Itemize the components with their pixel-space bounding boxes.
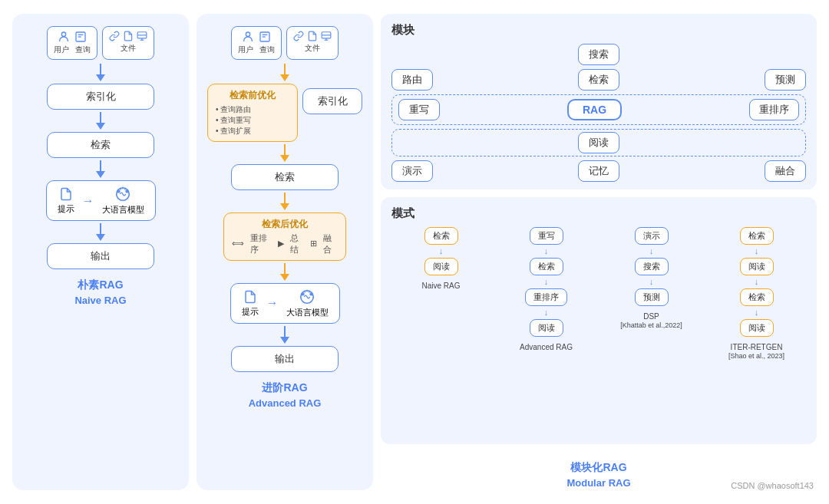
- pn-adv-arrow1: ↓: [544, 247, 549, 255]
- advanced-user-query-box: 用户 查询: [231, 26, 282, 60]
- pn-iter-retrieve2: 检索: [740, 288, 774, 306]
- naive-rag-section: 用户 查询 文件 索引化: [12, 14, 189, 490]
- naive-output-node: 输出: [47, 243, 154, 269]
- adv-prompt: 提示: [242, 289, 259, 318]
- adv-post-row: ⟺ 重排序 ▶︎ 总结 ⊞ 融合: [232, 232, 338, 255]
- naive-user-query-box: 用户 查询: [47, 26, 97, 60]
- pn-adv-retrieve: 检索: [530, 258, 563, 275]
- adv-user-label: 用户: [238, 44, 253, 55]
- mod-row-bottom: 演示 记忆 融合: [391, 160, 806, 182]
- naive-indexing-node: 索引化: [47, 84, 154, 110]
- pattern-naive: 检索 ↓ 阅读 Naive RAG: [391, 227, 490, 291]
- svg-point-9: [117, 190, 120, 193]
- naive-arrow-1: [96, 64, 105, 81]
- pattern-advanced: 重写 ↓ 检索 ↓ 重排序 ↓ 阅读 Advanced RAG: [497, 227, 596, 352]
- pn-dsp-arrow1: ↓: [649, 247, 654, 255]
- pn-naive-read: 阅读: [424, 258, 458, 275]
- patterns-panel: 模式 检索 ↓ 阅读 Naive RAG 重写 ↓ 检索 ↓ 重排序 ↓: [381, 197, 817, 444]
- adv-pre-row: 检索前优化 • 查询路由 • 查询重写 • 查询扩展 索引化: [207, 84, 362, 142]
- mod-rag: RAG: [567, 99, 622, 120]
- adv-llm-arrow-icon: →: [266, 296, 279, 310]
- pn-adv-rerank: 重排序: [525, 288, 567, 306]
- pn-dsp-search: 搜索: [635, 258, 669, 275]
- pn-iter-read2: 阅读: [740, 319, 774, 337]
- adv-arrow-pre: [280, 64, 289, 81]
- naive-arrow-2: [96, 112, 105, 130]
- mod-search: 搜索: [578, 44, 619, 65]
- pn-naive-arrow1: ↓: [439, 247, 444, 255]
- mod-fusion: 融合: [765, 160, 806, 182]
- adv-query-label: 查询: [259, 44, 275, 55]
- naive-top-icons: 用户 查询 文件: [47, 26, 154, 60]
- svg-point-10: [126, 190, 128, 193]
- advanced-section-title: 进阶RAG Advanced RAG: [249, 380, 322, 411]
- module-grid-wrapper: 搜索 路由 检索 预测: [391, 44, 806, 182]
- mod-route: 路由: [391, 69, 433, 91]
- adv-arrow-3: [280, 193, 289, 210]
- adv-output-node: 输出: [231, 346, 339, 372]
- advanced-top-icons: 用户 查询 文件: [231, 26, 339, 60]
- main-container: 用户 查询 文件 索引化: [0, 0, 829, 504]
- naive-prompt: 提示: [58, 186, 74, 215]
- svg-point-14: [246, 32, 249, 36]
- patterns-label: 模式: [391, 206, 806, 221]
- adv-llm: 大语言模型: [286, 288, 329, 318]
- pn-iter-label: ITER-RETGEN [Shao et al., 2023]: [728, 342, 784, 361]
- adv-arrow-4: [280, 263, 289, 281]
- naive-flow: 用户 查询 文件 索引化: [23, 26, 178, 269]
- pn-iter-arrow3: ↓: [755, 308, 759, 317]
- adv-index-side: 索引化: [302, 88, 362, 114]
- pn-adv-arrow3: ↓: [544, 308, 549, 317]
- mod-rerank: 重排序: [749, 99, 799, 120]
- naive-arrow-3: [96, 160, 105, 178]
- svg-point-0: [61, 32, 65, 36]
- adv-indexing-node: 索引化: [302, 88, 362, 114]
- pn-adv-read: 阅读: [530, 319, 563, 337]
- mod-demo: 演示: [391, 160, 433, 182]
- pn-adv-arrow2: ↓: [544, 278, 549, 286]
- mod-read: 阅读: [578, 132, 619, 153]
- adv-pre-opt-node: 检索前优化 • 查询路由 • 查询重写 • 查询扩展: [207, 84, 298, 142]
- adv-retrieve-node: 检索: [231, 164, 339, 190]
- mod-row-search: 搜索: [391, 44, 806, 65]
- pn-dsp-predict: 预测: [635, 288, 669, 306]
- post-icon-2: ▶︎: [278, 239, 284, 249]
- modular-rag-section: 模块 搜索 路由 检索 预测: [381, 14, 817, 490]
- mod-row-2: 路由 检索 预测: [391, 69, 806, 91]
- mod-retrieve: 检索: [578, 69, 619, 91]
- naive-llm-arrow-icon: →: [82, 194, 94, 208]
- pn-dsp-demo: 演示: [635, 227, 669, 245]
- naive-file-box: 文件: [102, 26, 154, 60]
- pn-naive-retrieve: 检索: [424, 227, 458, 245]
- pn-dsp-label: DSP [Khattab et al.,2022]: [620, 311, 682, 331]
- patterns-row: 检索 ↓ 阅读 Naive RAG 重写 ↓ 检索 ↓ 重排序 ↓ 阅读 Adv…: [391, 227, 806, 361]
- svg-point-24: [310, 293, 312, 295]
- mod-predict: 预测: [765, 69, 806, 91]
- pn-iter-arrow2: ↓: [755, 278, 759, 286]
- pn-dsp-arrow2: ↓: [649, 278, 654, 286]
- advanced-file-box: 文件: [286, 26, 339, 60]
- adv-file-label: 文件: [305, 43, 320, 54]
- naive-llm-row: 提示 → 大语言模型: [46, 180, 156, 221]
- adv-arrow-2: [280, 144, 289, 162]
- watermark: CSDN @whaosoft143: [731, 481, 814, 490]
- advanced-flow: 用户 查询 文件: [207, 26, 362, 372]
- post-icon-3: ⊞: [310, 239, 317, 249]
- pn-adv-label: Advanced RAG: [520, 342, 573, 352]
- naive-retrieve-node: 检索: [47, 132, 154, 158]
- modules-panel: 模块 搜索 路由 检索 预测: [381, 14, 817, 189]
- adv-llm-row: 提示 → 大语言模型: [230, 283, 340, 324]
- pn-naive-label: Naive RAG: [421, 281, 460, 291]
- naive-arrow-4: [96, 223, 105, 241]
- adv-post-opt-node: 检索后优化 ⟺ 重排序 ▶︎ 总结 ⊞ 融合: [223, 212, 346, 261]
- mod-memory: 记忆: [578, 160, 619, 182]
- naive-section-title: 朴素RAG Naive RAG: [74, 277, 126, 308]
- pn-iter-arrow1: ↓: [755, 247, 759, 255]
- pn-adv-rewrite: 重写: [530, 227, 563, 245]
- post-icon-1: ⟺: [232, 239, 244, 249]
- mod-rewrite: 重写: [398, 99, 440, 120]
- modules-label: 模块: [391, 23, 806, 38]
- mod-dashed-row: 重写 RAG 重排序: [391, 94, 806, 125]
- pn-iter-read1: 阅读: [740, 258, 774, 275]
- svg-point-23: [302, 293, 304, 295]
